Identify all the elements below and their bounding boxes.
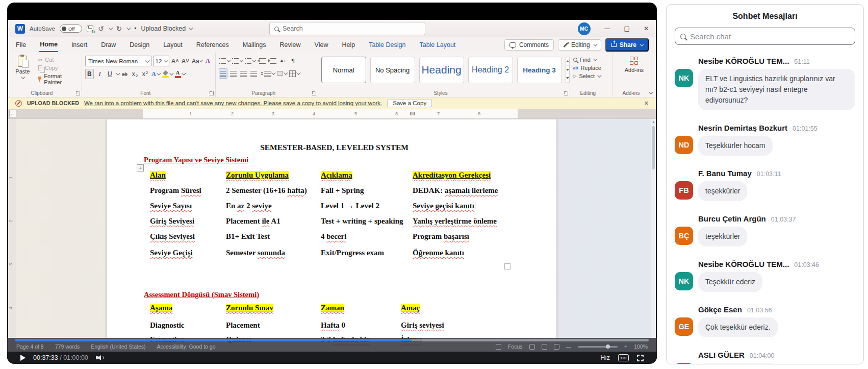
table-move-handle[interactable]: +	[137, 164, 144, 171]
italic-button[interactable]: I	[95, 69, 104, 79]
zoom-slider[interactable]	[578, 346, 618, 348]
language-indicator[interactable]: English (United States)	[91, 343, 145, 350]
multilevel-list-button[interactable]	[244, 56, 256, 66]
chevron-down-icon[interactable]	[116, 71, 120, 75]
shading-button[interactable]	[276, 68, 287, 79]
tab-draw[interactable]: Draw	[100, 38, 116, 52]
select-button[interactable]: ▷Select	[573, 73, 609, 79]
line-spacing-button[interactable]: ↕	[260, 68, 275, 79]
format-painter-button[interactable]: Format Painter	[38, 73, 79, 85]
clear-formatting-button[interactable]: A	[203, 56, 212, 66]
shrink-font-button[interactable]: A˅	[181, 56, 190, 66]
focus-button[interactable]: Focus	[508, 343, 523, 350]
addins-icon[interactable]	[630, 57, 638, 65]
underline-button[interactable]: U	[106, 69, 114, 79]
styles-scrollbar[interactable]	[566, 57, 570, 83]
save-icon[interactable]: ↻	[87, 26, 93, 32]
upload-status-button[interactable]: Upload Blocked	[141, 25, 192, 32]
font-size-select[interactable]: 12	[153, 56, 170, 66]
align-center-button[interactable]	[229, 68, 238, 79]
share-button[interactable]: ↑ Share	[605, 38, 649, 52]
tab-selector[interactable]: ⌐	[9, 110, 16, 117]
playback-speed-button[interactable]: Hız	[600, 354, 610, 361]
paste-button[interactable]: Paste	[11, 56, 34, 88]
play-button[interactable]	[20, 355, 25, 361]
dialog-launcher-icon[interactable]	[210, 91, 214, 95]
search-input[interactable]	[283, 25, 420, 32]
font-name-select[interactable]: Times New Roman	[85, 56, 151, 66]
volume-icon[interactable]	[96, 355, 104, 361]
web-layout-icon[interactable]	[554, 344, 559, 350]
maximize-button[interactable]: □	[624, 25, 630, 32]
bullet-list-button[interactable]	[219, 56, 230, 66]
word-search-box[interactable]	[269, 22, 425, 35]
align-right-button[interactable]	[239, 68, 248, 79]
style-heading-2[interactable]: Heading 2	[468, 57, 513, 83]
chat-search-input[interactable]	[690, 32, 850, 41]
dialog-launcher-icon[interactable]	[76, 91, 80, 95]
tab-insert[interactable]: Insert	[71, 38, 88, 52]
borders-button[interactable]	[289, 68, 300, 79]
change-case-button[interactable]: Aa	[191, 56, 202, 66]
minimize-button[interactable]: —	[604, 25, 610, 32]
word-count[interactable]: 779 words	[55, 343, 80, 350]
text-effects-button[interactable]: A	[151, 69, 160, 79]
editing-mode-button[interactable]: Editing	[558, 39, 601, 51]
style-heading-3[interactable]: Heading 3	[517, 57, 562, 83]
undo-chevron-icon[interactable]	[109, 26, 113, 30]
chat-search-box[interactable]	[675, 28, 855, 45]
tab-view[interactable]: View	[314, 38, 329, 52]
grow-font-button[interactable]: A˄	[171, 56, 180, 66]
zoom-slider-knob[interactable]	[606, 345, 610, 349]
numbered-list-button[interactable]	[232, 56, 243, 66]
page-indicator[interactable]: Page 4 of 8	[16, 343, 44, 350]
style-heading[interactable]: Heading	[419, 57, 464, 83]
addins-label[interactable]: Add-ins	[625, 67, 644, 73]
tab-help[interactable]: Help	[341, 38, 355, 52]
read-mode-icon[interactable]	[529, 344, 535, 350]
tab-file[interactable]: File	[15, 38, 27, 52]
find-button[interactable]: Find	[573, 57, 609, 63]
tab-layout[interactable]: Layout	[163, 38, 183, 52]
bold-button[interactable]: B	[85, 69, 94, 79]
font-color-button[interactable]: A	[174, 69, 185, 79]
highlight-color-button[interactable]	[162, 69, 173, 79]
save-a-copy-button[interactable]: Save a Copy	[387, 99, 432, 107]
tab-home[interactable]: Home	[39, 38, 58, 52]
undo-icon[interactable]: ↺	[98, 25, 104, 32]
copy-button[interactable]: Copy	[38, 65, 79, 71]
zoom-in-button[interactable]: +	[624, 343, 627, 350]
tab-review[interactable]: Review	[279, 38, 301, 52]
dialog-launcher-icon[interactable]	[312, 91, 316, 95]
decrease-indent-button[interactable]	[257, 56, 266, 66]
strikethrough-button[interactable]: ab	[120, 69, 129, 79]
autosave-toggle[interactable]: Off	[60, 24, 82, 33]
toolbar-customize-icon[interactable]	[127, 26, 131, 30]
superscript-button[interactable]: x2	[141, 69, 149, 79]
accessibility-status[interactable]: Accessibility: Good to go	[157, 343, 216, 350]
user-avatar[interactable]: MC	[578, 22, 591, 35]
sort-button[interactable]: A↓	[278, 56, 287, 66]
style-no-spacing[interactable]: No Spacing	[370, 57, 415, 83]
print-layout-icon[interactable]	[542, 344, 547, 350]
video-progress-bar[interactable]	[15, 339, 649, 341]
tab-design[interactable]: Design	[129, 38, 150, 52]
replace-button[interactable]: abReplace	[573, 65, 609, 71]
closed-captions-button[interactable]: CC	[618, 354, 629, 361]
subscript-button[interactable]: x2	[131, 69, 139, 79]
cut-button[interactable]: ✂Cut	[38, 57, 79, 63]
align-left-button[interactable]	[219, 68, 227, 79]
zoom-out-button[interactable]: —	[566, 343, 572, 350]
scrollbar-thumb[interactable]	[652, 126, 655, 169]
tab-table-layout[interactable]: Table Layout	[419, 38, 456, 52]
tab-table-design[interactable]: Table Design	[368, 38, 406, 52]
dialog-launcher-icon[interactable]	[564, 91, 568, 95]
fullscreen-icon[interactable]	[637, 355, 644, 361]
zoom-level[interactable]: 100%	[634, 343, 648, 350]
warning-message[interactable]: We ran into a problem with this file and…	[84, 100, 382, 106]
table-column-marker[interactable]	[410, 112, 415, 115]
increase-indent-button[interactable]	[268, 56, 277, 66]
tab-mailings[interactable]: Mailings	[242, 38, 267, 52]
comments-button[interactable]: Comments	[504, 39, 554, 51]
style-normal[interactable]: Normal	[321, 57, 366, 83]
